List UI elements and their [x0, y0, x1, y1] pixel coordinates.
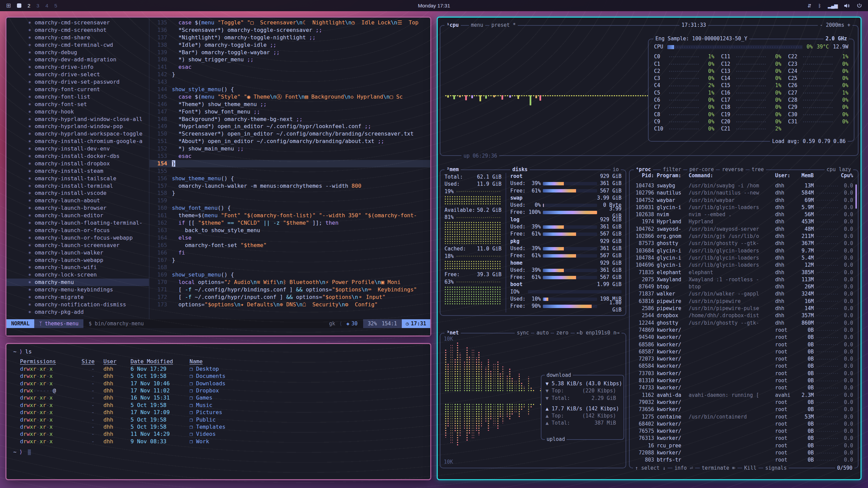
net-header-button[interactable]: sync: [515, 329, 531, 337]
net-header-button[interactable]: auto: [534, 329, 551, 337]
process-row[interactable]: 104752waybar/usr/bin/waybardhh69M0.0: [633, 197, 853, 204]
code-line[interactable]: 168: [150, 264, 430, 271]
file-item[interactable]: ∗ omarchy-launch-wifi: [6, 264, 149, 271]
process-row[interactable]: 1162avahi-daavahi-daemon: running [avahi…: [633, 392, 853, 399]
file-item[interactable]: ∗ omarchy-hyprland-window-pop: [6, 123, 149, 130]
process-row[interactable]: 76575kworker/root0B0.0: [633, 428, 853, 435]
proc-header-option[interactable]: tree: [750, 166, 766, 173]
workspace-item-active[interactable]: 2: [27, 3, 30, 8]
process-row[interactable]: 72073kworker/root0B0.0: [633, 355, 853, 363]
process-row[interactable]: 12244ghostty/usr/bin/ghostty --gtk-dhh86…: [633, 320, 853, 327]
col-pid[interactable]: Pid:: [633, 172, 654, 179]
prompt-line-2[interactable]: ~⟩: [13, 448, 430, 455]
code-line[interactable]: 151 *About*) open_in_editor ~/.config/om…: [150, 138, 430, 145]
file-item[interactable]: ∗ omarchy-install-dev-env: [6, 145, 149, 152]
file-item[interactable]: ∗ omarchy-install-dropbox: [6, 160, 149, 167]
file-item[interactable]: ∗ omarchy-notification-dismiss: [6, 301, 149, 308]
process-row[interactable]: 87649btopbtopdhh26M0.0: [633, 283, 853, 290]
code-line[interactable]: 172 [ -f ~/.config/hypr/input.conf ] && …: [150, 293, 430, 301]
code-line[interactable]: 148 *Background*) omarchy-theme-bg-next …: [150, 116, 430, 123]
code-line[interactable]: 166 fi: [150, 249, 430, 257]
code-line[interactable]: 164 else: [150, 234, 430, 242]
code-line[interactable]: 149 *Hyprland*) open_in_editor ~/.config…: [150, 123, 430, 130]
file-item[interactable]: ∗ omarchy-font-set: [6, 101, 149, 108]
code-line[interactable]: 161 theme=$(menu "Font" "$(omarchy-font-…: [150, 212, 430, 219]
file-item[interactable]: ∗ omarchy-pkg-add: [6, 308, 149, 316]
process-row[interactable]: 71835elephantelephantdhh385M0.0: [633, 269, 853, 276]
file-item[interactable]: ∗ omarchy-install-vscode: [6, 189, 149, 197]
code-line[interactable]: 136 *Screensaver*) omarchy-toggle-screen…: [150, 26, 430, 34]
code-line[interactable]: 170 local options="♪ Audio\n≋ Wifi\nᛒ Bl…: [150, 279, 430, 286]
proc-header-option[interactable]: reverse: [720, 166, 745, 173]
file-item[interactable]: ∗ omarchy-cmd-screensaver: [6, 19, 149, 26]
code-line[interactable]: 147 *Font*) show_font_menu ;;: [150, 108, 430, 116]
workspace-item[interactable]: 4: [45, 3, 48, 8]
file-item[interactable]: ∗ omarchy-launch-about: [6, 197, 149, 204]
list-item[interactable]: drwxr-xr-x-dhh6 Nov 17:29❐ Desktop: [20, 365, 430, 372]
proc-header-option[interactable]: filter: [661, 166, 683, 173]
code-line[interactable]: 141 esac: [150, 63, 430, 71]
file-item[interactable]: ∗ omarchy-launch-or-focus-webapp: [6, 234, 149, 242]
workspace-item[interactable]: 5: [54, 3, 57, 8]
disk-row[interactable]: home929 GiB: [510, 260, 622, 267]
code-line[interactable]: 153 esac: [150, 152, 430, 160]
process-row[interactable]: 2075XwaylandXwayland :1 -rootless -dhh11…: [633, 276, 853, 283]
process-row[interactable]: 104743swaybg/usr/bin/swaybg -i /homdhh13…: [633, 182, 853, 189]
process-row[interactable]: 87573ghostty/usr/bin/ghostty --gtk-dhh36…: [633, 240, 853, 247]
cpu-header-button[interactable]: preset *: [489, 22, 518, 29]
process-row[interactable]: 803btrfs-trroot0B0.0: [633, 456, 853, 463]
process-row[interactable]: 1275containe/usr/bin/containerdroot53M0.…: [633, 413, 853, 421]
code-line[interactable]: 160show_font_menu() {: [150, 204, 430, 212]
code-line[interactable]: 143: [150, 78, 430, 86]
list-item[interactable]: drwxr-xr-x-dhh5 Oct 19:58❐ Public: [20, 416, 430, 423]
code-line[interactable]: 135 case $(menu "Toggle" "▢ Screensaver\…: [150, 19, 430, 26]
workspace-item[interactable]: 3: [37, 3, 39, 8]
file-item[interactable]: ∗ omarchy-install-steam: [6, 167, 149, 175]
code-line[interactable]: 146 *Theme*) show_theme_menu ;;: [150, 101, 430, 108]
apps-grid-icon[interactable]: ⊞: [6, 2, 11, 9]
process-row[interactable]: 68587kworker/root0B0.0: [633, 348, 853, 355]
code-line[interactable]: 165 omarchy-font-set "$theme": [150, 242, 430, 249]
process-row[interactable]: 105031glycin-i/usr/lib/glycin-loadersdhh…: [633, 204, 853, 211]
file-item[interactable]: ∗ omarchy-drive-set-password: [6, 78, 149, 86]
file-item[interactable]: ∗ omarchy-hook: [6, 108, 149, 116]
file-item[interactable]: ∗ omarchy-install-terminal: [6, 182, 149, 190]
file-item[interactable]: ∗ omarchy-font-list: [6, 93, 149, 101]
file-item[interactable]: ∗ omarchy-cmd-terminal-cwd: [6, 41, 149, 49]
code-line[interactable]: 173 options="$options\n✦ Defaults\n⊕ DNS…: [150, 301, 430, 308]
process-row[interactable]: 76313kworker/root0B0.0: [633, 435, 853, 442]
net-interface[interactable]: ←b enp191s0 n→: [575, 329, 622, 337]
list-item[interactable]: drwxr-xr-x-dhh16 Nov 15:31❐ Games: [20, 394, 430, 401]
code-line[interactable]: 154}: [150, 160, 430, 167]
code-line[interactable]: 145 case $(menu "Style" "◉ Theme\nⒶ Font…: [150, 93, 430, 101]
code-line[interactable]: 139 *Bar*) omarchy-toggle-waybar ;;: [150, 49, 430, 56]
process-row[interactable]: 2544dropbox/home/dhh/.dropbox-distdhh357…: [633, 312, 853, 319]
command-line[interactable]: [6, 328, 430, 336]
process-row[interactable]: 68584kworker/root0B0.0: [633, 363, 853, 370]
proc-footer-action[interactable]: info ⏎: [672, 465, 695, 472]
file-item[interactable]: ∗ omarchy-launch-screensaver: [6, 242, 149, 249]
process-row[interactable]: 104696glycin-i/usr/lib/glycin-loadersdhh…: [633, 262, 853, 269]
process-row[interactable]: 79032kworker/root0B0.0: [633, 399, 853, 406]
list-item[interactable]: drwxr-xr-x-dhh17 Nov 17:09❐ Pictures: [20, 409, 430, 416]
process-row[interactable]: 16rcu_preeroot0B0.0: [633, 442, 853, 449]
process-row[interactable]: 102638nvimnvim --embed .dhh56M0.0: [633, 211, 853, 218]
disk-row[interactable]: boot1.99 GiB: [510, 281, 622, 288]
file-item[interactable]: ∗ omarchy-launch-browser: [6, 204, 149, 212]
process-row[interactable]: 68586kworker/root0B0.0: [633, 341, 853, 348]
code-line[interactable]: 156show_theme_menu() {: [150, 175, 430, 182]
file-item[interactable]: ∗ omarchy-launch-editor: [6, 212, 149, 219]
list-item[interactable]: drwxr-xr-x-dhh5 Oct 19:58❐ Documents: [20, 372, 430, 380]
process-row[interactable]: 104762swayosd-/usr/bin/swayosd-serverdhh…: [633, 226, 853, 233]
process-row[interactable]: 73656kworker/root0B0.0: [633, 406, 853, 413]
volume-icon[interactable]: [844, 3, 850, 8]
file-item[interactable]: ∗ omarchy-hyprland-workspace-toggle: [6, 130, 149, 138]
file-item[interactable]: ∗ omarchy-dev-add-migration: [6, 56, 149, 63]
col-cpu[interactable]: Cpu%: [841, 172, 853, 179]
list-item[interactable]: drwxr-xr-x-dhh5 Oct 19:58❐ Templates: [20, 423, 430, 430]
file-item[interactable]: ∗ omarchy-launch-webapp: [6, 257, 149, 264]
code-line[interactable]: 159: [150, 197, 430, 204]
process-row[interactable]: 73703kworker/root0B0.0: [633, 370, 853, 377]
process-row[interactable]: 63816pipewire/usr/bin/pipewiredhh16M0.0: [633, 298, 853, 305]
process-row[interactable]: 94540kworker/root0B0.0: [633, 334, 853, 341]
